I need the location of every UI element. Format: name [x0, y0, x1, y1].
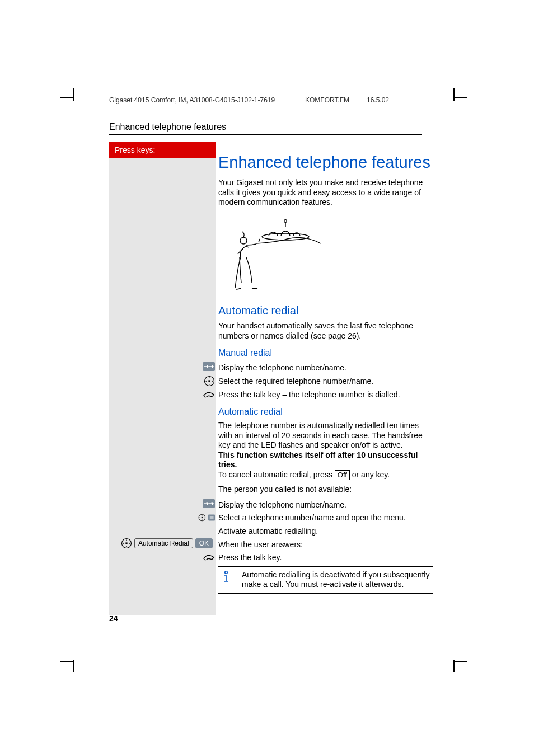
step-text: Activate automatic redialling.	[218, 525, 433, 537]
auto-step-2: Select a telephone number/name and open …	[198, 512, 433, 523]
auto-redial-intro: Your handset automatically saves the las…	[218, 321, 433, 341]
info-note-box: Automatic redialling is deactivated if y…	[218, 566, 433, 594]
step-text: Press the talk key – the telephone numbe…	[218, 389, 433, 400]
crop-mark	[73, 660, 74, 672]
info-icon	[221, 570, 232, 585]
waiter-illustration	[218, 215, 433, 297]
talk-key-icon	[203, 552, 215, 562]
auto-step-4: When the user answers:	[198, 539, 433, 550]
crop-mark	[453, 661, 467, 662]
menu-icon	[208, 513, 215, 522]
step-text: Select a telephone number/name and open …	[218, 512, 433, 523]
step-text: When the user answers:	[218, 539, 433, 550]
intro-paragraph: Your Gigaset not only lets you make and …	[218, 178, 433, 208]
step-text: Display the telephone number/name.	[218, 499, 433, 510]
svg-point-12	[225, 571, 227, 573]
heading-automatic-redial-sub: Automatic redial	[218, 406, 433, 417]
redial-icon	[203, 362, 215, 371]
auto-para-text: The telephone number is automatically re…	[218, 421, 423, 449]
talk-key-icon	[203, 389, 215, 399]
nav-icon	[198, 512, 206, 523]
svg-point-2	[240, 237, 247, 244]
main-content: Enhanced telephone features Your Gigaset…	[218, 145, 433, 594]
manual-step-2: Select the required telephone number/nam…	[198, 375, 433, 387]
nav-icon	[121, 538, 132, 549]
section-header: Enhanced telephone features	[109, 122, 422, 135]
doc-id: Gigaset 4015 Comfort, IM, A31008-G4015-J…	[109, 96, 275, 104]
nav-icon	[204, 375, 215, 387]
redial-icon	[203, 499, 215, 508]
step-text: Press the talk key.	[218, 552, 433, 563]
document-header: Gigaset 4015 Comfort, IM, A31008-G4015-J…	[109, 96, 422, 104]
heading-automatic-redial: Automatic redial	[218, 304, 433, 318]
page-number: 24	[109, 614, 118, 623]
svg-point-4	[284, 220, 287, 222]
manual-step-1: Display the telephone number/name.	[198, 362, 433, 373]
step-text: Display the telephone number/name.	[218, 362, 433, 373]
auto-cancel-post: or any key.	[350, 470, 390, 479]
crop-mark	[73, 88, 74, 101]
info-note-text: Automatic redialling is deactivated if y…	[242, 570, 433, 590]
auto-step-5: Press the talk key.	[198, 552, 433, 563]
auto-step-1: Display the telephone number/name.	[198, 499, 433, 510]
automatic-redial-key: Automatic Redial	[134, 538, 193, 548]
auto-step-3: Activate automatic redialling.	[198, 525, 433, 537]
manual-step-3: Press the talk key – the telephone numbe…	[198, 389, 433, 400]
crop-mark	[453, 660, 455, 672]
auto-bold-text: This function switches itself off after …	[218, 450, 418, 469]
step-text: Select the required telephone number/nam…	[218, 375, 433, 387]
svg-rect-10	[202, 517, 203, 518]
svg-rect-1	[125, 542, 127, 544]
auto-paragraph: The telephone number is automatically re…	[218, 421, 433, 480]
doc-date: 16.5.02	[367, 96, 389, 104]
svg-rect-7	[208, 380, 210, 382]
doc-file: KOMFORT.FM	[305, 96, 349, 104]
off-key: Off	[335, 470, 350, 480]
auto-cancel-pre: To cancel automatic redial, press	[218, 470, 335, 479]
crop-mark	[453, 97, 467, 98]
heading-manual-redial: Manual redial	[218, 348, 433, 359]
page-title: Enhanced telephone features	[218, 152, 433, 172]
auto-unavailable: The person you called is not available:	[218, 485, 433, 495]
press-keys-label: Press keys:	[109, 142, 216, 158]
crop-mark	[453, 88, 455, 101]
